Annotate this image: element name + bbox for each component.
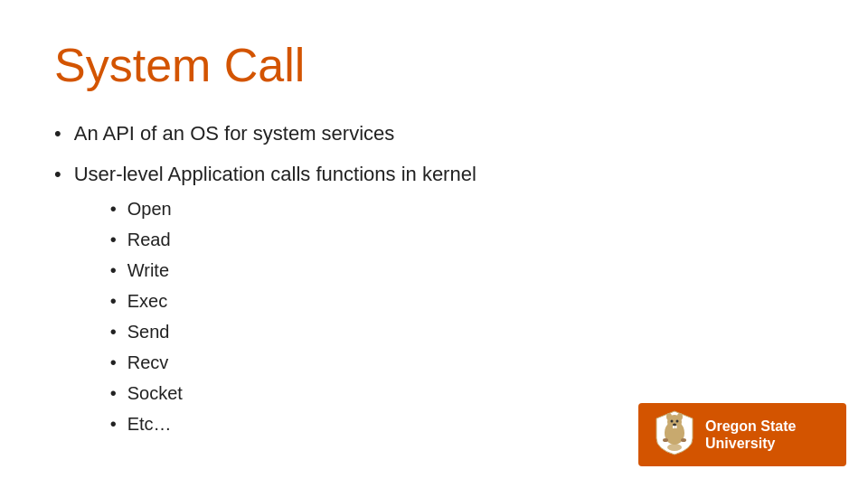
osu-logo-svg — [653, 409, 696, 456]
svg-point-4 — [671, 420, 674, 423]
sub-dot-8: • — [110, 411, 117, 436]
bullet-text-2-content: User-level Application calls functions i… — [74, 163, 476, 185]
sub-bullet-etc: • Etc… — [110, 411, 476, 436]
osu-badge: Oregon State University — [638, 403, 846, 466]
sub-text-open: Open — [127, 196, 172, 221]
sub-dot-3: • — [110, 258, 117, 283]
sub-dot-4: • — [110, 288, 117, 314]
svg-point-11 — [681, 438, 686, 442]
slide: System Call • An API of an OS for system… — [0, 0, 868, 488]
bullet-1: • An API of an OS for system services — [54, 120, 814, 148]
sub-dot-7: • — [110, 380, 117, 406]
sub-text-send: Send — [127, 319, 170, 344]
sub-bullet-recv: • Recv — [110, 350, 476, 375]
sub-dot-6: • — [110, 350, 117, 375]
osu-line2: University — [705, 435, 796, 452]
slide-title: System Call — [54, 40, 814, 91]
sub-text-etc: Etc… — [127, 411, 172, 436]
sub-dot-2: • — [110, 227, 117, 252]
osu-text: Oregon State University — [705, 418, 796, 452]
svg-point-9 — [667, 444, 682, 451]
svg-point-10 — [663, 438, 668, 442]
bullet-text-2: User-level Application calls functions i… — [74, 161, 476, 442]
bullet-dot-1: • — [54, 120, 61, 148]
svg-point-2 — [666, 413, 672, 420]
sub-bullets-list: • Open • Read • Write • Exec — [110, 196, 476, 436]
osu-logo — [653, 409, 696, 460]
content-area: • An API of an OS for system services • … — [54, 120, 814, 442]
sub-text-write: Write — [127, 258, 169, 283]
sub-text-recv: Recv — [127, 350, 169, 375]
sub-text-socket: Socket — [127, 380, 183, 406]
sub-text-exec: Exec — [127, 288, 167, 314]
sub-bullet-read: • Read — [110, 227, 476, 252]
osu-line1: Oregon State — [705, 418, 796, 435]
sub-text-read: Read — [127, 227, 171, 252]
svg-point-5 — [676, 420, 679, 423]
bullet-2: • User-level Application calls functions… — [54, 161, 814, 442]
sub-bullet-open: • Open — [110, 196, 476, 221]
sub-dot-1: • — [110, 196, 117, 221]
sub-bullet-socket: • Socket — [110, 380, 476, 406]
svg-rect-7 — [673, 426, 675, 428]
bullet-text-1: An API of an OS for system services — [74, 120, 395, 148]
bullet-dot-2: • — [54, 161, 61, 189]
sub-dot-5: • — [110, 319, 117, 344]
sub-bullet-write: • Write — [110, 258, 476, 283]
sub-bullet-send: • Send — [110, 319, 476, 344]
svg-rect-8 — [675, 426, 677, 428]
svg-point-3 — [677, 413, 683, 420]
sub-bullet-exec: • Exec — [110, 288, 476, 314]
